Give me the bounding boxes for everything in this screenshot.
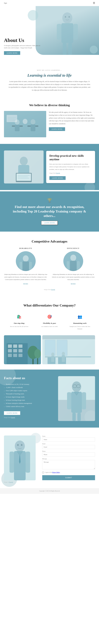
diverse-text: We take proud with the agency of our hum…	[49, 111, 95, 131]
svg-rect-70	[67, 392, 71, 409]
diff-col-human: 👥 Humanizing work Sample text Click to s…	[65, 313, 95, 330]
develop-title: Develop practical new skills anytime	[49, 154, 92, 161]
diverse-content: We take proud with the agency of our hum…	[4, 111, 95, 137]
hero-circle-decoration-br	[90, 46, 98, 54]
svg-rect-80	[10, 452, 14, 473]
svg-point-82	[17, 444, 19, 446]
efficiency-text: Adipiscing bibendum est ultricies intege…	[52, 273, 95, 281]
develop-freepik-link[interactable]: Freepik	[56, 172, 60, 174]
diff-title: What differentiates Our Company?	[4, 304, 95, 308]
develop-section: Develop practical new skills anytime Dui…	[0, 144, 99, 190]
diff-image-right	[42, 335, 95, 364]
why-body: Lorem ipsum dolor sit amet, consectetur …	[8, 80, 90, 92]
competitive-columns: DURABILITY Adipiscing bibendum est ultri…	[4, 248, 95, 285]
diff-images	[4, 335, 95, 364]
svg-rect-3	[73, 24, 78, 40]
hero-content: About Us UI designer, photographer and t…	[4, 38, 44, 55]
privacy-policy-link[interactable]: Privacy Policy	[52, 472, 60, 473]
facts-freepik-link[interactable]: Freepik	[11, 417, 15, 418]
svg-point-34	[70, 255, 76, 261]
develop-img-from: Image from Freepik	[49, 172, 92, 174]
list-item: Global content delivery team	[4, 405, 54, 408]
email-field-row: Email	[42, 443, 95, 449]
develop-learn-more-button[interactable]: LEARN MORE	[49, 176, 66, 180]
navbar: logo ☰	[0, 0, 99, 6]
diff-image-left	[4, 335, 41, 364]
hero-subtitle: UI designer, photographer and travel ent…	[4, 44, 44, 49]
svg-rect-81	[26, 452, 30, 473]
hero-learn-more-button[interactable]: LEARN MORE	[4, 51, 20, 55]
diverse-thinking-section: We believe in diverse thinking	[0, 101, 99, 142]
privacy-checkbox[interactable]	[42, 472, 44, 473]
facts-list: Headquarters in UK, US & Germany 15,000+…	[4, 383, 54, 408]
facts-learn-more-button[interactable]: LEARN MORE	[4, 411, 20, 415]
svg-rect-43	[8, 349, 12, 352]
svg-rect-13	[23, 124, 28, 131]
efficiency-image-inner	[63, 251, 83, 271]
durability-image-inner	[16, 251, 36, 271]
competitive-freepik-link[interactable]: Freepik	[51, 289, 55, 290]
list-item: In-house digital design studio	[4, 396, 54, 398]
contact-person-image	[4, 436, 36, 480]
diff-shop-text: Are we one size fits all services	[10, 325, 28, 328]
humanizing-icon: 👥	[76, 313, 84, 320]
awards-title: Find out more about our awards & recogni…	[8, 205, 91, 218]
svg-rect-45	[18, 349, 22, 352]
svg-point-21	[20, 157, 28, 166]
awards-learn-more-button[interactable]: LEARN MORE	[41, 221, 58, 225]
svg-point-63	[62, 352, 65, 356]
diverse-learn-more-button[interactable]: LEARN MORE	[49, 127, 65, 131]
diverse-title: We believe in diverse thinking	[4, 104, 95, 107]
svg-point-0	[62, 12, 72, 24]
name-field-row: Name	[42, 436, 95, 442]
name-input[interactable]	[42, 438, 95, 442]
shop-icon: 🛍️	[15, 313, 23, 320]
competitive-col-durability: DURABILITY Adipiscing bibendum est ultri…	[4, 248, 48, 285]
diff-col-flexibility: 🎯 Flexibility & pace we commit to how we…	[34, 313, 65, 330]
hamburger-menu-button[interactable]: ☰	[93, 2, 95, 4]
phone-input[interactable]	[42, 452, 95, 456]
why-we-love-section: WHY WE LOVE LEARNING... Learning is esse…	[0, 62, 99, 101]
message-input[interactable]	[42, 460, 95, 469]
privacy-checkbox-row: I agree to the Privacy Policy	[42, 471, 95, 473]
develop-text: Develop practical new skills anytime Dui…	[46, 151, 95, 183]
svg-rect-11	[15, 125, 20, 131]
diff-col-shop: 🛍️ One-stop-shop Are we one size fits al…	[4, 313, 34, 330]
durability-text: Adipiscing bibendum est ultricies intege…	[4, 273, 48, 281]
award-icon: 🏆	[8, 198, 91, 202]
facts-inner: Facts about us Headquarters in UK, US & …	[4, 376, 95, 421]
flexibility-icon: 🎯	[46, 313, 54, 320]
durability-more-button[interactable]: MORE	[23, 283, 28, 284]
why-title: Learning is essential to life	[4, 73, 95, 78]
email-input[interactable]	[42, 445, 95, 449]
logo: logo	[4, 2, 7, 4]
efficiency-image	[63, 251, 83, 271]
svg-rect-35	[70, 261, 76, 271]
phone-label: Phone	[42, 450, 95, 452]
message-field-row: Message	[42, 458, 95, 470]
svg-rect-62	[51, 356, 54, 362]
svg-point-7	[68, 16, 70, 18]
diff-human-text: Sample text Click to select the Text Ele…	[68, 325, 92, 330]
competitive-title: Competitive Advantages	[4, 240, 95, 244]
svg-rect-4	[63, 43, 66, 55]
efficiency-more-button[interactable]: MORE	[71, 283, 76, 284]
footer: Copyright © 2023 All Rights Reserved	[0, 488, 99, 494]
svg-rect-50	[32, 359, 34, 364]
develop-card: Develop practical new skills anytime Dui…	[46, 151, 95, 183]
contact-person: Image to Freepik	[4, 436, 38, 483]
email-label: Email	[42, 443, 95, 444]
competitive-section: Competitive Advantages DURABILITY Adipis…	[0, 232, 99, 296]
list-item: 15,000+ clients worldwide	[4, 386, 54, 389]
submit-button[interactable]: SUBMIT	[42, 475, 95, 480]
hero-image-placeholder	[36, 6, 99, 55]
contact-form: Name Email Phone Message I agree to the …	[42, 436, 95, 480]
svg-rect-40	[8, 344, 12, 348]
hero-image-bg	[36, 6, 99, 55]
list-item: Headquarters in UK, US & Germany	[4, 383, 54, 386]
durability-image	[16, 251, 36, 271]
svg-rect-55	[42, 335, 95, 339]
footer-text: Copyright © 2023 All Rights Reserved	[4, 490, 95, 492]
svg-rect-48	[18, 354, 22, 357]
contact-section: Image to Freepik Name Email Phone Messag…	[0, 428, 99, 488]
